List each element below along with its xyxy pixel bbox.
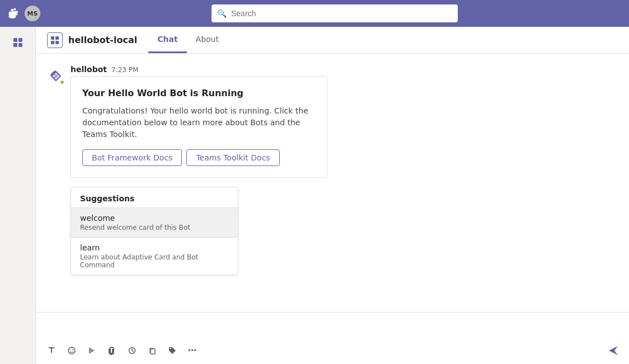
message-group: hellobot 7:23 PM Your Hello World Bot is… <box>47 65 618 178</box>
chat-area: hellobot 7:23 PM Your Hello World Bot is… <box>36 54 629 312</box>
app-header: hellobot-local Chat About <box>36 27 629 54</box>
main-container: hellobot-local Chat About <box>0 27 629 364</box>
svg-rect-3 <box>18 43 22 47</box>
chat-input-area: ••• <box>36 312 629 364</box>
more-options-button[interactable]: ••• <box>184 342 201 360</box>
svg-point-16 <box>70 349 71 351</box>
suggestions-container: Suggestions welcome Resend welcome card … <box>71 187 618 275</box>
suggestion-command-learn: learn <box>80 243 229 252</box>
bot-avatar <box>47 67 65 85</box>
message-meta: hellobot 7:23 PM <box>71 65 618 74</box>
svg-rect-20 <box>151 349 155 354</box>
svg-rect-4 <box>51 36 54 40</box>
attach-button[interactable] <box>103 342 121 360</box>
tab-about[interactable]: About <box>187 27 228 53</box>
svg-rect-7 <box>55 41 59 44</box>
search-icon: 🔍 <box>217 9 227 18</box>
sidebar <box>0 27 36 364</box>
message-author: hellobot <box>71 65 107 74</box>
svg-rect-1 <box>18 38 22 42</box>
content-area: hellobot-local Chat About <box>36 27 629 364</box>
card-title: Your Hello World Bot is Running <box>82 88 316 98</box>
schedule-button[interactable] <box>123 342 141 360</box>
emoji-button[interactable] <box>63 342 81 360</box>
svg-rect-0 <box>13 38 17 42</box>
chat-input-box[interactable] <box>36 313 629 339</box>
search-bar[interactable]: 🔍 <box>212 4 458 22</box>
suggestion-desc-welcome: Resend welcome card of this Bot <box>80 224 229 231</box>
suggestion-item-welcome[interactable]: welcome Resend welcome card of this Bot <box>71 208 238 237</box>
svg-point-15 <box>68 347 75 354</box>
chat-toolbar: ••• <box>36 339 629 364</box>
suggestion-command-welcome: welcome <box>80 214 229 223</box>
svg-rect-5 <box>55 36 59 40</box>
bot-framework-docs-button[interactable]: Bot Framework Docs <box>82 149 182 166</box>
format-text-button[interactable] <box>43 342 60 360</box>
app-name: hellobot-local <box>68 35 137 45</box>
svg-rect-6 <box>51 41 54 44</box>
search-input[interactable] <box>231 9 452 18</box>
gif-button[interactable] <box>83 342 101 360</box>
suggestions-header: Suggestions <box>71 187 238 207</box>
teams-toolkit-docs-button[interactable]: Teams Toolkit Docs <box>186 149 279 166</box>
tab-list: Chat About <box>148 27 228 53</box>
adaptive-card: Your Hello World Bot is Running Congratu… <box>71 76 328 178</box>
svg-rect-2 <box>13 43 17 47</box>
suggestion-item-learn[interactable]: learn Learn about Adaptive Card and Bot … <box>71 238 238 275</box>
card-actions: Bot Framework Docs Teams Toolkit Docs <box>82 149 316 166</box>
card-body: Congratulations! Your hello world bot is… <box>82 105 316 140</box>
bot-online-indicator <box>59 79 65 85</box>
app-icon <box>47 32 63 48</box>
sidebar-grid-icon[interactable] <box>7 31 29 54</box>
top-bar: MS 🔍 <box>0 0 629 27</box>
send-button[interactable] <box>604 342 622 360</box>
message-content: hellobot 7:23 PM Your Hello World Bot is… <box>71 65 618 178</box>
tab-chat[interactable]: Chat <box>148 27 186 53</box>
teams-logo-icon <box>7 7 20 20</box>
user-avatar[interactable]: MS <box>25 6 40 21</box>
suggestion-desc-learn: Learn about Adaptive Card and Bot Comman… <box>80 253 229 269</box>
tag-button[interactable] <box>163 342 181 360</box>
copy-button[interactable] <box>143 342 161 360</box>
suggestions-panel: Suggestions welcome Resend welcome card … <box>71 187 238 275</box>
svg-marker-18 <box>89 347 95 354</box>
svg-point-17 <box>73 349 74 351</box>
message-time: 7:23 PM <box>111 66 138 74</box>
